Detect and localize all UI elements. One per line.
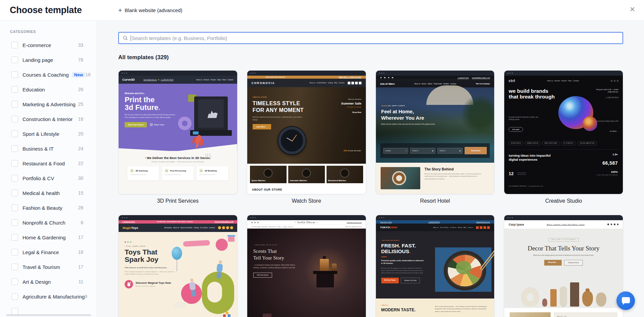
template-card-creative-studio[interactable]: ctrlAbout us Services Projects Team Cont…	[504, 70, 623, 194]
category-fashion-beauty[interactable]: Fashion & Beauty28	[0, 200, 97, 215]
checkbox[interactable]	[11, 249, 18, 255]
blank-website-button[interactable]: + Blank website (advanced)	[118, 7, 182, 13]
site-logo: CozySpace	[509, 223, 524, 226]
perfume-bottle-image	[320, 259, 329, 271]
template-cell: CozySpaceAbout us Inspiration Catalog Ne…	[504, 215, 623, 317]
template-name[interactable]: Resort Hotel	[376, 198, 495, 204]
browser-chrome	[119, 215, 237, 220]
categories-list: E-commerce33 Landing page76 Courses & Co…	[0, 38, 97, 317]
checkbox[interactable]	[11, 130, 18, 137]
hero-section: • your sushi, your moment • FRESH. FAST.…	[376, 231, 495, 299]
checkbox[interactable]	[11, 86, 18, 93]
site-nav: About us Rooms Gallery Testimonials Faci…	[414, 83, 456, 85]
checkbox[interactable]	[11, 293, 18, 300]
template-cell: +1 (234) 567 89 00ISLADEMARE@GMAIL.COM I…	[376, 70, 495, 204]
template-card-perfume-store[interactable]: ~ Jardin Obscur ~jardinobscur@email.com …	[247, 215, 366, 317]
site-logo: Curve3D	[122, 78, 135, 81]
sidebar-scrollbar[interactable]	[6, 314, 91, 316]
browser-chrome	[504, 215, 623, 220]
site-nav: About us Limited Edition Catalog Blog Co…	[309, 82, 345, 84]
template-card-3d-print[interactable]: Curve3D3d.print@email.com+1 (234) 567 89…	[118, 70, 238, 194]
checkbox[interactable]	[11, 145, 18, 152]
category-marketing-advertising[interactable]: Marketing & Advertising25	[0, 97, 97, 112]
hero-section: · PERFUMED WITH SOUL · Scents ThatTell Y…	[247, 229, 366, 317]
checkbox[interactable]	[11, 175, 18, 182]
booking-bar: Location▾ Check In▦ Check In▦ Book Now	[380, 143, 490, 158]
category-count: 6	[81, 220, 83, 225]
checkbox[interactable]	[11, 278, 18, 285]
checkout-field: Check In▦	[437, 148, 463, 154]
template-name[interactable]: Watch Store	[247, 198, 366, 204]
checkbox[interactable]	[11, 308, 18, 315]
printer-base	[190, 130, 232, 136]
category-ecommerce[interactable]: E-commerce33	[0, 38, 97, 52]
template-card-watch-store[interactable]: FREE SHIPPING FROM $39NEED HELP: +1 (800…	[247, 70, 366, 194]
category-count: 76	[78, 57, 83, 63]
about-section: • about us • MODERN TASTE. We're not jus…	[376, 299, 495, 317]
category-portfolio-cv[interactable]: Portfolio & CV30	[0, 171, 97, 186]
templates-panel: All templates (329) Curve3D3d.print@emai…	[97, 21, 644, 317]
services-chips: MOBILE APPS BRAND DESIGN WEB PLATFORMS U…	[509, 141, 618, 145]
checkbox[interactable]	[11, 101, 18, 108]
site-nav: Our Philosophy Bestsellers New Scents No…	[251, 226, 293, 228]
watch-image	[278, 127, 306, 154]
search-input[interactable]	[132, 35, 618, 41]
template-card-decor-store[interactable]: CozySpaceAbout us Inspiration Catalog Ne…	[504, 215, 623, 317]
checkbox[interactable]	[11, 190, 18, 196]
template-card-resort-hotel[interactable]: +1 (234) 567 89 00ISLADEMARE@GMAIL.COM I…	[376, 70, 495, 194]
category-courses-coaching[interactable]: Courses & CoachingNew16	[0, 67, 97, 82]
checkbox[interactable]	[11, 42, 18, 48]
new-badge: New	[72, 72, 86, 78]
category-count: 22	[78, 161, 83, 166]
category-art-design[interactable]: Art & Design11	[0, 274, 97, 289]
checkbox[interactable]	[11, 234, 18, 241]
template-thumbnail: Open 8 am - 10 pm+1 (234) 567 89 00tokyo…	[376, 220, 495, 317]
find-scent-button: Find Your Scent	[253, 273, 272, 278]
template-card-toy-store[interactable]: +1 (234) 567 89 00SHOWROOM: 3254 KENMONT…	[118, 215, 238, 317]
template-search[interactable]	[118, 32, 623, 44]
checkbox[interactable]	[11, 160, 18, 167]
category-travel-tourism[interactable]: Travel & Tourism17	[0, 260, 97, 274]
checkbox[interactable]	[11, 116, 18, 122]
template-thumbnail: Curve3D3d.print@email.com+1 (234) 567 89…	[119, 76, 237, 194]
checkbox[interactable]	[11, 219, 18, 226]
category-count: 16	[78, 116, 83, 122]
category-agriculture-manufacturing[interactable]: Agriculture & Manufacturing9	[0, 289, 97, 304]
iridescent-blob-image	[558, 96, 593, 129]
pink-circle-shape	[216, 239, 228, 251]
category-construction-interior[interactable]: Construction & Interior16	[0, 112, 97, 126]
checkbox[interactable]	[11, 56, 18, 63]
category-nonprofit-church[interactable]: Nonprofit & Church6	[0, 215, 97, 230]
category-education[interactable]: Education26	[0, 82, 97, 97]
category-landing-page[interactable]: Landing page76	[0, 52, 97, 67]
feature-icon: ◳	[199, 169, 203, 172]
category-sport-lifestyle[interactable]: Sport & Lifestyle20	[0, 126, 97, 141]
template-name[interactable]: 3D Print Services	[118, 198, 238, 204]
modal-header: Choose template + Blank website (advance…	[0, 0, 644, 21]
category-home-gardening[interactable]: Home & Gardening17	[0, 230, 97, 245]
pedestal-shape	[313, 271, 337, 274]
checkbox[interactable]	[11, 264, 18, 270]
checkbox[interactable]	[11, 204, 18, 211]
template-name[interactable]: Creative Studio	[504, 198, 623, 204]
template-thumbnail: +1 (234) 567 89 00ISLADEMARE@GMAIL.COM I…	[376, 76, 495, 194]
category-medical-health[interactable]: Medical & health15	[0, 186, 97, 200]
search-icon	[123, 36, 128, 40]
toy-blocks-shape	[223, 311, 230, 317]
chat-widget-button[interactable]	[616, 291, 635, 310]
feature-card: ◳Post-Processing	[162, 166, 194, 181]
category-business-it[interactable]: Business & IT24	[0, 141, 97, 156]
browser-chrome	[376, 215, 495, 220]
template-card-sushi-restaurant[interactable]: Open 8 am - 10 pm+1 (234) 567 89 00tokyo…	[376, 215, 495, 317]
checkbox[interactable]	[11, 71, 18, 78]
category-count: 25	[78, 102, 83, 107]
page-title: Choose template	[10, 5, 82, 15]
feature-card: ◳3D Modeling	[197, 166, 228, 181]
feature-icon: ◳	[165, 169, 168, 172]
template-thumbnail: ~ Jardin Obscur ~jardinobscur@email.com …	[247, 220, 366, 317]
category-legal-finance[interactable]: Legal & Finance18	[0, 245, 97, 260]
close-icon[interactable]: ✕	[629, 6, 635, 13]
chevron-down-icon: ▾	[405, 150, 406, 152]
category-restaurant-food[interactable]: Restaurant & Food22	[0, 156, 97, 171]
template-cell: ~ Jardin Obscur ~jardinobscur@email.com …	[247, 215, 366, 317]
